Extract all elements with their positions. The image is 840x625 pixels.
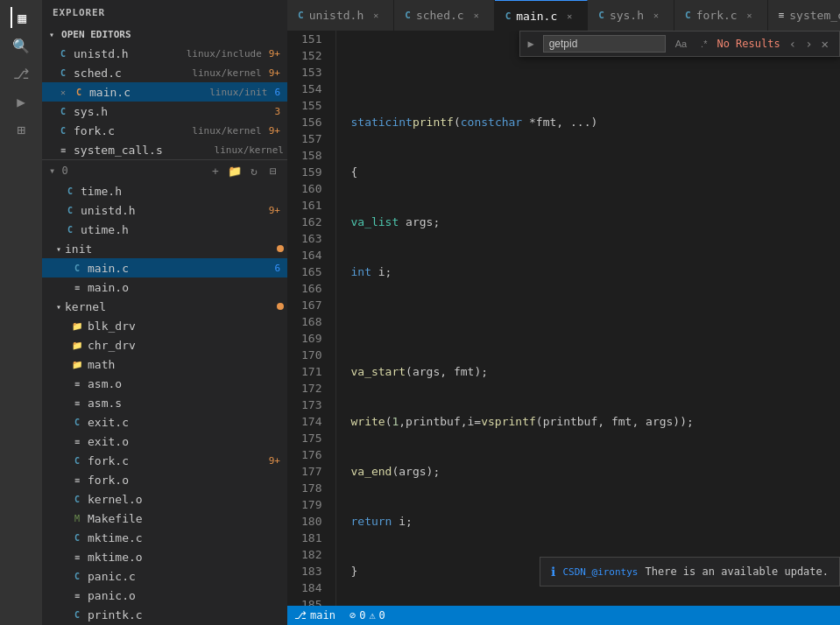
tab-close-icon[interactable]: ✕ <box>369 9 383 23</box>
collapse-marker: ▾ 0 <box>49 165 68 177</box>
line-num: 163 <box>301 230 321 247</box>
folder-icon: 📁 <box>70 357 84 371</box>
tree-item-utimeh[interactable]: C utime.h <box>42 220 287 239</box>
line-num: 180 <box>301 513 321 530</box>
new-folder-button[interactable]: 📁 <box>228 164 242 178</box>
tree-item-exito[interactable]: ≡ exit.o <box>42 432 287 451</box>
refresh-button[interactable]: ↻ <box>247 164 261 178</box>
folder-label: init <box>65 242 277 256</box>
open-editor-unistd[interactable]: C unistd.h linux/include 9+ <box>42 44 287 63</box>
status-errors[interactable]: ⊘ 0 ⚠ 0 <box>349 609 385 621</box>
open-editors-chevron: ▾ <box>49 30 54 39</box>
find-navigation: ‹ › ✕ <box>786 37 832 51</box>
tree-item-kernel-folder[interactable]: ▾ kernel <box>42 297 287 316</box>
tree-item-blkdrv[interactable]: 📁 blk_drv <box>42 316 287 335</box>
find-expand-icon[interactable]: ▶ <box>527 38 533 50</box>
tree-item-panicc[interactable]: C panic.c <box>42 566 287 586</box>
find-input[interactable] <box>543 35 666 53</box>
tree-item-exitc[interactable]: C exit.c <box>42 412 287 432</box>
tab-c-icon: C <box>598 10 604 21</box>
c-file-icon: C <box>56 46 70 60</box>
line-num: 177 <box>301 463 321 480</box>
find-regex[interactable]: .* <box>696 37 711 51</box>
tree-item-mktimec[interactable]: C mktime.c <box>42 528 287 547</box>
activity-bar: ▦ 🔍 ⎇ ▶ ⊞ <box>0 0 42 625</box>
tab-label: unistd.h <box>309 9 364 22</box>
file-label: asm.s <box>88 397 287 410</box>
open-editor-syscall[interactable]: ≡ system_call.s linux/kernel <box>42 140 287 159</box>
tree-item-makefile[interactable]: M Makefile <box>42 509 287 528</box>
tab-close-icon[interactable]: ✕ <box>469 9 484 23</box>
line-num: 184 <box>301 579 321 596</box>
open-editors-header[interactable]: ▾ OPEN EDITORS <box>42 25 287 44</box>
git-activity-icon[interactable]: ⎇ <box>11 63 32 84</box>
find-next-button[interactable]: › <box>801 37 815 51</box>
open-editor-fork[interactable]: C fork.c linux/kernel 9+ <box>42 121 287 140</box>
find-prev-button[interactable]: ‹ <box>786 37 800 51</box>
close-icon[interactable]: ✕ <box>56 85 70 99</box>
folder-indicator: ▾ 0 <box>49 165 68 177</box>
tree-item-maino[interactable]: ≡ main.o <box>42 277 287 297</box>
tree-item-mainc[interactable]: C main.c 6 <box>42 258 287 277</box>
tree-item-math[interactable]: 📁 math <box>42 355 287 374</box>
status-branch[interactable]: ⎇ main <box>294 609 335 621</box>
tree-item-asms[interactable]: ≡ asm.s <box>42 393 287 412</box>
tree-item-mktimeo[interactable]: ≡ mktime.o <box>42 547 287 566</box>
code-line-152: static int printf(const char *fmt, ...) <box>350 114 826 130</box>
makefile-icon: M <box>70 511 84 525</box>
tab-close-icon[interactable]: ✕ <box>562 9 576 23</box>
line-num: 166 <box>301 280 321 297</box>
tab-unistdh[interactable]: C unistd.h ✕ <box>287 0 394 31</box>
tab-forkc[interactable]: C fork.c ✕ <box>674 0 768 31</box>
search-activity-icon[interactable]: 🔍 <box>11 35 32 56</box>
tree-item-forkc[interactable]: C fork.c 9+ <box>42 451 287 470</box>
debug-activity-icon[interactable]: ▶ <box>11 91 32 112</box>
open-editor-sys[interactable]: C sys.h 3 <box>42 102 287 121</box>
modified-dot <box>277 303 284 310</box>
open-editor-sys-badge: 3 <box>271 106 284 117</box>
tab-close-icon[interactable]: ✕ <box>649 9 663 23</box>
code-view[interactable]: 151 152 153 154 155 156 157 158 159 160 … <box>287 31 840 606</box>
file-badge: 9+ <box>265 205 284 216</box>
open-editor-sched[interactable]: C sched.c linux/kernel 9+ <box>42 63 287 82</box>
tab-sysh[interactable]: C sys.h ✕ <box>588 0 674 31</box>
open-editor-main[interactable]: ✕ C main.c linux/init 6 <box>42 82 287 102</box>
tab-mainc[interactable]: C main.c ✕ <box>495 0 589 31</box>
open-editor-path: linux/kernel <box>192 67 261 79</box>
code-line-151 <box>350 64 826 81</box>
find-close-button[interactable]: ✕ <box>818 37 832 51</box>
c-file-icon: C <box>70 415 84 429</box>
extensions-activity-icon[interactable]: ⊞ <box>11 119 32 140</box>
collapse-all-button[interactable]: ⊟ <box>266 164 280 178</box>
tree-item-printkc[interactable]: C printk.c <box>42 605 287 624</box>
line-num: 170 <box>301 347 321 363</box>
tab-close-icon[interactable]: ✕ <box>743 9 757 23</box>
open-editor-path: linux/init <box>209 87 267 98</box>
line-num: 171 <box>301 363 321 380</box>
modified-dot <box>277 245 284 252</box>
line-num: 183 <box>301 563 321 579</box>
find-widget: ▶ Aa .* No Results ‹ › ✕ <box>519 31 840 57</box>
tab-c-icon: C <box>505 11 512 22</box>
tab-bar: C unistd.h ✕ C sched.c ✕ C main.c ✕ C sy… <box>287 0 840 31</box>
open-editors-label: OPEN EDITORS <box>61 29 131 40</box>
error-count: 0 <box>359 609 365 621</box>
files-activity-icon[interactable]: ▦ <box>11 7 32 28</box>
tree-item-kernelo[interactable]: C kernel.o <box>42 489 287 509</box>
tree-item-timeh[interactable]: C time.h <box>42 181 287 200</box>
tree-item-init-folder[interactable]: ▾ init <box>42 239 287 258</box>
code-line-153: { <box>350 164 826 180</box>
c-file-icon: C <box>56 104 70 118</box>
tree-item-chrdrv[interactable]: 📁 chr_drv <box>42 335 287 355</box>
status-bar: ⎇ main ⊘ 0 ⚠ 0 <box>287 606 840 625</box>
tab-syscalls[interactable]: ≡ system_call.s ✕ <box>768 0 840 31</box>
tree-item-unistdh[interactable]: C unistd.h 9+ <box>42 200 287 220</box>
tab-schedc[interactable]: C sched.c ✕ <box>394 0 494 31</box>
main-content: C unistd.h ✕ C sched.c ✕ C main.c ✕ C sy… <box>287 0 840 625</box>
find-case-sensitive[interactable]: Aa <box>671 37 691 51</box>
tree-item-forko[interactable]: ≡ fork.o <box>42 470 287 489</box>
tree-item-panico[interactable]: ≡ panic.o <box>42 586 287 605</box>
new-file-button[interactable]: + <box>208 164 222 178</box>
tree-item-asmo[interactable]: ≡ asm.o <box>42 374 287 393</box>
line-num: 167 <box>301 297 321 313</box>
